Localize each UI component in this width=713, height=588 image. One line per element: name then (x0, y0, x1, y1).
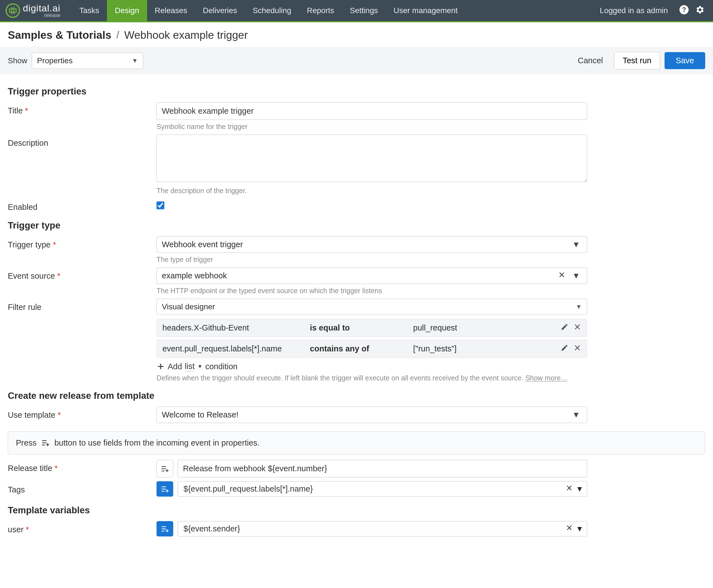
clear-icon[interactable] (566, 524, 573, 533)
release-title-input[interactable] (178, 460, 587, 477)
cancel-button[interactable]: Cancel (571, 52, 609, 69)
test-run-button[interactable]: Test run (614, 52, 660, 69)
rule-path: event.pull_request.labels[*].name (163, 344, 310, 353)
show-dropdown-value: Properties (37, 56, 73, 65)
trigger-type-select[interactable]: Webhook event trigger ▼ (156, 236, 587, 253)
login-status: Logged in as admin (600, 6, 668, 15)
show-more-link[interactable]: Show more… (525, 374, 567, 382)
caret-icon: ▼ (576, 303, 582, 311)
caret-icon: ▼ (132, 57, 138, 64)
rule-op: is equal to (310, 323, 413, 333)
insert-field-button[interactable] (156, 481, 173, 497)
description-input[interactable] (156, 134, 587, 182)
breadcrumb-folder[interactable]: Samples & Tutorials (8, 29, 111, 41)
event-source-value: example webhook (162, 271, 555, 280)
product-logo: digital.ai release (5, 3, 61, 18)
filter-rule-label: Filter rule (8, 303, 42, 312)
help-icon[interactable]: ? (679, 5, 689, 17)
clear-icon[interactable] (566, 484, 573, 493)
rule-op: contains any of (310, 344, 413, 353)
use-template-label: Use template (8, 411, 56, 419)
release-title-label: Release title (8, 464, 52, 472)
trigger-type-title: Trigger type (8, 220, 705, 231)
user-var-input[interactable]: ${event.sender} ▼ (178, 521, 587, 537)
svg-point-0 (6, 4, 20, 17)
tags-input[interactable]: ${event.pull_request.labels[*].name} ▼ (178, 481, 587, 497)
info-banner: Press button to use fields from the inco… (8, 432, 705, 454)
nav-settings[interactable]: Settings (342, 0, 386, 21)
main-nav: Tasks Design Releases Deliveries Schedul… (71, 0, 466, 21)
nav-reports[interactable]: Reports (299, 0, 342, 21)
trigger-type-label: Trigger type (8, 240, 51, 249)
filter-help: Defines when the trigger should execute.… (156, 374, 587, 382)
event-source-help: The HTTP endpoint or the typed event sou… (156, 287, 587, 295)
event-source-label: Event source (8, 271, 55, 280)
trigger-type-help: The type of trigger (156, 255, 587, 264)
create-release-title: Create new release from template (8, 391, 705, 401)
delete-icon[interactable] (574, 323, 581, 333)
insert-field-button[interactable] (156, 521, 173, 537)
gear-icon[interactable] (695, 5, 705, 17)
enabled-label: Enabled (8, 203, 37, 211)
tags-label: Tags (8, 485, 25, 494)
show-dropdown[interactable]: Properties ▼ (32, 52, 143, 69)
rule-value: pull_request (413, 323, 561, 333)
nav-deliveries[interactable]: Deliveries (195, 0, 245, 21)
nav-releases[interactable]: Releases (147, 0, 195, 21)
product-subname: release (23, 13, 61, 18)
caret-icon: ▼ (576, 485, 583, 493)
trigger-type-value: Webhook event trigger (162, 240, 569, 249)
template-variables-title: Template variables (8, 505, 705, 516)
clear-icon[interactable] (555, 271, 569, 280)
filter-rule-row: event.pull_request.labels[*].name contai… (156, 340, 587, 358)
edit-icon[interactable] (561, 323, 568, 333)
enabled-checkbox[interactable] (156, 202, 164, 209)
breadcrumb-page: Webhook example trigger (124, 29, 248, 41)
caret-icon: ▼ (569, 240, 583, 249)
rule-value: ["run_tests"] (413, 344, 561, 353)
title-label: Title (8, 106, 23, 115)
delete-icon[interactable] (574, 344, 581, 354)
title-input[interactable] (156, 102, 587, 120)
filter-mode-value: Visual designer (162, 302, 215, 311)
filter-rule-row: headers.X-Github-Event is equal to pull_… (156, 319, 587, 337)
use-template-select[interactable]: Welcome to Release! ▼ (156, 406, 587, 423)
rule-path: headers.X-Github-Event (163, 323, 310, 333)
user-var-label: user (8, 525, 23, 534)
save-button[interactable]: Save (665, 52, 705, 69)
action-bar: Show Properties ▼ Cancel Test run Save (0, 47, 713, 75)
caret-icon: ▼ (569, 271, 583, 280)
svg-rect-1 (9, 9, 16, 12)
filter-mode-select[interactable]: Visual designer ▼ (156, 299, 587, 315)
caret-icon: ▼ (569, 410, 583, 419)
show-label: Show (8, 56, 27, 65)
caret-icon: ▼ (576, 524, 583, 533)
plus-icon (156, 362, 165, 371)
nav-scheduling[interactable]: Scheduling (245, 0, 299, 21)
app-header: digital.ai release Tasks Design Releases… (0, 0, 713, 22)
title-help: Symbolic name for the trigger (156, 123, 587, 131)
logo-icon (5, 3, 20, 18)
edit-icon[interactable] (561, 344, 568, 354)
nav-design[interactable]: Design (107, 0, 147, 21)
insert-field-button[interactable] (156, 460, 173, 477)
product-name: digital.ai (23, 3, 61, 13)
trigger-properties-title: Trigger properties (8, 86, 705, 97)
description-label: Description (8, 139, 48, 147)
description-help: The description of the trigger. (156, 187, 587, 195)
use-template-value: Welcome to Release! (162, 410, 569, 419)
nav-tasks[interactable]: Tasks (71, 0, 107, 21)
svg-text:?: ? (682, 5, 686, 13)
breadcrumb-sep: / (116, 29, 119, 41)
nav-user-management[interactable]: User management (386, 0, 466, 21)
insert-field-icon (39, 438, 51, 448)
breadcrumb: Samples & Tutorials / Webhook example tr… (0, 22, 713, 47)
add-condition-button[interactable]: Add list ▼ condition (156, 362, 587, 371)
event-source-select[interactable]: example webhook ▼ (156, 268, 587, 284)
